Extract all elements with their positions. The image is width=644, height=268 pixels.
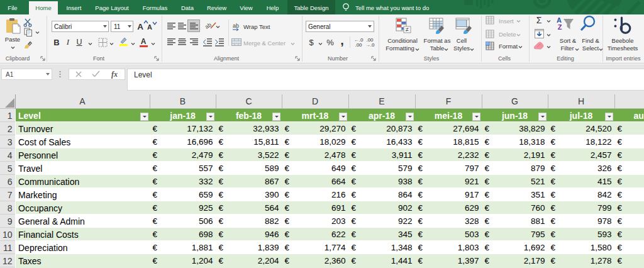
svg-text:≠: ≠ <box>406 26 409 33</box>
